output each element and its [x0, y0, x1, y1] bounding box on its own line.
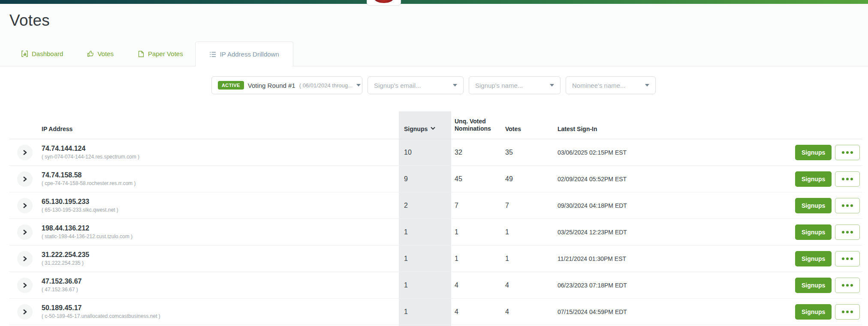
- expand-row-button[interactable]: [17, 198, 33, 213]
- signups-button[interactable]: Signups: [795, 224, 832, 240]
- signups-button[interactable]: Signups: [795, 171, 832, 187]
- ip-hostname: ( static-198-44-136-212.cust.tzulo.com ): [42, 233, 133, 239]
- chevron-down-icon: [550, 84, 554, 87]
- signups-button[interactable]: Signups: [795, 145, 832, 160]
- actions-cell: Signups: [794, 139, 862, 165]
- more-options-button[interactable]: [835, 145, 860, 160]
- more-options-button[interactable]: [835, 171, 860, 187]
- signups-button[interactable]: Signups: [795, 251, 832, 266]
- unq-voted-nominations-cell: 1: [451, 245, 503, 272]
- expand-row-button[interactable]: [17, 278, 33, 293]
- signups-cell: 1: [399, 299, 451, 325]
- actions-cell: Signups: [794, 219, 862, 245]
- expand-row-button[interactable]: [17, 304, 33, 320]
- votes-cell: 7: [503, 192, 554, 218]
- ip-hostname: ( 47.152.36.67 ): [42, 287, 78, 293]
- list-icon: [209, 51, 216, 58]
- more-options-button[interactable]: [835, 278, 860, 293]
- actions-cell: Signups: [794, 245, 862, 272]
- signups-value: 1: [404, 281, 408, 289]
- more-options-button[interactable]: [835, 251, 860, 266]
- column-header-ip-address[interactable]: IP Address: [42, 111, 399, 139]
- page-title: Votes: [9, 11, 868, 30]
- signup-email-placeholder: Signup's email...: [374, 82, 421, 89]
- ellipsis-icon: [842, 257, 844, 260]
- tab-label: Votes: [97, 50, 114, 57]
- more-options-button[interactable]: [835, 198, 860, 213]
- signups-value: 1: [404, 255, 408, 263]
- ellipsis-icon: [846, 257, 849, 260]
- tab-paper-votes[interactable]: Paper Votes: [126, 42, 195, 66]
- votes-value: 1: [505, 255, 509, 263]
- actions-cell: Signups: [794, 272, 862, 298]
- latest-sign-in-cell: 06/23/2023 07:18PM EDT: [554, 272, 794, 298]
- column-header-latest-sign-in[interactable]: Latest Sign-In: [554, 111, 794, 139]
- filter-bar: ACTIVE Voting Round #1 ( 06/01/2024 thro…: [9, 66, 868, 94]
- latest-sign-in-value: 09/30/2024 04:18PM EDT: [558, 202, 627, 209]
- ip-hostname: ( cpe-74-74-158-58.rochester.res.rr.com …: [42, 180, 136, 186]
- ellipsis-icon: [846, 204, 849, 207]
- ellipsis-icon: [850, 204, 853, 207]
- signups-button[interactable]: Signups: [795, 304, 832, 320]
- active-badge: ACTIVE: [218, 81, 244, 90]
- nominee-name-select[interactable]: Nominee's name...: [566, 76, 656, 94]
- column-header-signups[interactable]: Signups: [399, 111, 451, 139]
- chevron-right-icon: [22, 149, 28, 156]
- expand-row-button[interactable]: [17, 171, 33, 187]
- chevron-right-icon: [22, 255, 28, 262]
- ip-address: 74.74.144.124: [42, 145, 85, 153]
- ellipsis-icon: [850, 257, 853, 260]
- signups-cell: 2: [399, 192, 451, 218]
- ellipsis-icon: [850, 151, 853, 154]
- signups-cell: 1: [399, 245, 451, 272]
- ip-address: 74.74.158.58: [42, 171, 81, 179]
- latest-sign-in-value: 03/25/2024 12:23PM EDT: [558, 229, 627, 236]
- unq-voted-nominations-cell: 4: [451, 299, 503, 325]
- signups-cell: 1: [399, 219, 451, 245]
- tab-dashboard[interactable]: Dashboard: [9, 42, 75, 66]
- expand-row-button[interactable]: [17, 251, 33, 266]
- ellipsis-icon: [842, 178, 844, 180]
- ellipsis-icon: [846, 311, 849, 313]
- ellipsis-icon: [850, 178, 853, 180]
- column-header-unq-voted-nominations[interactable]: Unq. Voted Nominations: [451, 111, 503, 139]
- chevron-down-icon: [453, 84, 457, 87]
- unq-voted-nominations-cell: 1: [451, 219, 503, 245]
- voting-round-dates: ( 06/01/2024 throug...: [299, 82, 353, 89]
- unq-voted-nominations-value: 45: [455, 175, 462, 183]
- actions-cell: Signups: [794, 166, 862, 192]
- expander-cell: [9, 299, 42, 325]
- tab-votes[interactable]: Votes: [75, 42, 126, 66]
- ellipsis-icon: [846, 231, 849, 233]
- signups-button[interactable]: Signups: [795, 198, 832, 213]
- unq-voted-nominations-value: 1: [455, 255, 458, 263]
- ip-cell: 74.74.158.58 ( cpe-74-74-158-58.rocheste…: [42, 166, 399, 192]
- ellipsis-icon: [846, 284, 849, 287]
- ip-address: 198.44.136.212: [42, 224, 89, 232]
- ip-address: 47.152.36.67: [42, 278, 81, 285]
- expand-row-button[interactable]: [17, 145, 33, 160]
- more-options-button[interactable]: [835, 304, 860, 320]
- tab-ip-address-drilldown[interactable]: IP Address Drilldown: [195, 42, 293, 66]
- ip-cell: 65.130.195.233 ( 65-130-195-233.slkc.qwe…: [42, 192, 399, 218]
- expand-row-button[interactable]: [17, 224, 33, 240]
- ellipsis-icon: [842, 151, 844, 154]
- signup-name-placeholder: Signup's name...: [475, 82, 523, 89]
- expander-cell: [9, 166, 42, 192]
- signups-value: 10: [404, 149, 412, 156]
- signups-button[interactable]: Signups: [795, 278, 832, 293]
- chevron-right-icon: [22, 202, 28, 209]
- more-options-button[interactable]: [835, 224, 860, 240]
- signup-email-select[interactable]: Signup's email...: [368, 76, 464, 94]
- ip-hostname: ( 31.222.254.235 ): [42, 260, 84, 266]
- column-header-votes[interactable]: Votes: [503, 111, 554, 139]
- chevron-right-icon: [22, 308, 28, 315]
- voting-round-select[interactable]: ACTIVE Voting Round #1 ( 06/01/2024 thro…: [211, 76, 362, 94]
- expander-cell: [9, 139, 42, 165]
- votes-cell: 4: [503, 299, 554, 325]
- unq-voted-nominations-value: 1: [455, 228, 458, 236]
- signup-name-select[interactable]: Signup's name...: [469, 76, 561, 94]
- actions-cell: Signups: [794, 192, 862, 218]
- ellipsis-icon: [850, 311, 853, 313]
- table-row: 31.222.254.235 ( 31.222.254.235 ) 1 1 1 …: [9, 245, 862, 272]
